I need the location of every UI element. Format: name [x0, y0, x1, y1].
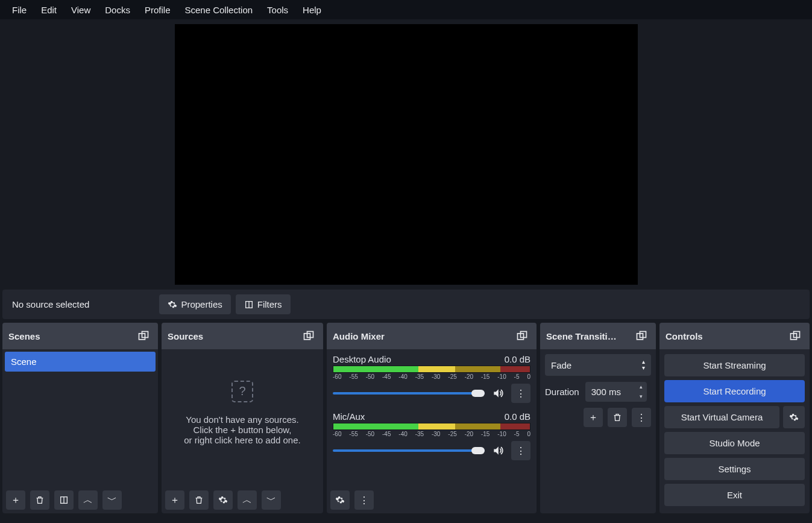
sources-empty-line: You don't have any sources. — [186, 414, 298, 425]
menu-edit[interactable]: Edit — [34, 1, 64, 19]
audio-mixer-dock: Audio Mixer Desktop Audio 0.0 dB -60-55-… — [327, 323, 537, 513]
meter-ticks: -60-55-50-45-40-35-30-25-20-15-10-50 — [333, 373, 530, 381]
sources-dock: Sources ? You don't have any sources. Cl… — [162, 323, 323, 513]
channel-menu-button[interactable]: ⋮ — [511, 384, 530, 403]
scenes-body[interactable]: Scene — [2, 349, 158, 487]
channel-menu-button[interactable]: ⋮ — [511, 441, 530, 460]
transitions-dock: Scene Transiti… Fade ▴▾ Duration 300 ms … — [540, 323, 656, 513]
chevron-down-icon: ﹀ — [107, 494, 117, 507]
volume-slider[interactable] — [333, 449, 485, 452]
chevron-up-icon: ︿ — [242, 494, 252, 507]
remove-transition-button[interactable] — [608, 408, 627, 427]
sources-empty-line: or right click here to add one. — [184, 435, 300, 445]
menu-file[interactable]: File — [5, 1, 34, 19]
properties-button[interactable]: Properties — [159, 294, 230, 314]
transition-select[interactable]: Fade ▴▾ — [545, 354, 651, 376]
settings-button[interactable]: Settings — [664, 458, 805, 480]
start-recording-button[interactable]: Start Recording — [664, 380, 805, 402]
sources-header: Sources — [162, 323, 323, 349]
menu-help[interactable]: Help — [295, 1, 329, 19]
channel-level: 0.0 dB — [505, 411, 530, 422]
mixer-title: Audio Mixer — [333, 331, 385, 341]
gear-icon — [789, 413, 799, 422]
controls-header: Controls — [659, 323, 810, 349]
speaker-icon[interactable] — [489, 442, 506, 459]
speaker-icon[interactable] — [489, 385, 506, 402]
start-streaming-button[interactable]: Start Streaming — [664, 354, 805, 376]
plus-icon: ＋ — [588, 411, 598, 424]
scene-item[interactable]: Scene — [5, 352, 156, 372]
docks-row: Scenes Scene ＋ ︿ ﹀ Sources ? You don't h… — [0, 319, 812, 513]
transition-selected: Fade — [551, 360, 571, 370]
preview-canvas[interactable] — [175, 24, 638, 285]
controls-title: Controls — [666, 331, 703, 341]
popout-icon[interactable] — [514, 328, 530, 344]
remove-scene-button[interactable] — [30, 490, 49, 510]
source-status-label: No source selected — [7, 297, 94, 312]
mixer-channel: Mic/Aux 0.0 dB -60-55-50-45-40-35-30-25-… — [327, 407, 537, 464]
mixer-body: Desktop Audio 0.0 dB -60-55-50-45-40-35-… — [327, 349, 537, 487]
popout-icon[interactable] — [300, 328, 317, 344]
chevron-up-icon: ︿ — [83, 494, 93, 507]
kebab-icon: ⋮ — [359, 495, 369, 506]
properties-label: Properties — [181, 299, 222, 309]
kebab-icon: ⋮ — [516, 388, 526, 399]
gear-icon — [335, 495, 345, 505]
popout-icon[interactable] — [787, 328, 804, 344]
slider-thumb[interactable] — [471, 447, 485, 454]
filters-label: Filters — [257, 299, 282, 309]
channel-name: Desktop Audio — [333, 354, 391, 364]
spin-up-icon[interactable]: ▴ — [636, 382, 647, 391]
mixer-advanced-button[interactable] — [330, 490, 350, 510]
spin-down-icon[interactable]: ▾ — [636, 391, 647, 401]
menu-docks[interactable]: Docks — [98, 1, 137, 19]
filters-icon — [244, 300, 254, 309]
duration-spinbox[interactable]: 300 ms ▴ ▾ — [585, 382, 647, 402]
source-properties-button[interactable] — [213, 490, 233, 510]
slider-thumb[interactable] — [471, 390, 485, 397]
scene-move-down-button[interactable]: ﹀ — [102, 490, 122, 510]
start-virtual-camera-button[interactable]: Start Virtual Camera — [664, 406, 779, 428]
question-icon: ? — [231, 381, 253, 402]
sources-body[interactable]: ? You don't have any sources. Click the … — [162, 349, 323, 487]
duration-value: 300 ms — [585, 382, 636, 402]
source-move-up-button[interactable]: ︿ — [238, 490, 257, 510]
mixer-menu-button[interactable]: ⋮ — [354, 490, 374, 510]
virtual-camera-settings-button[interactable] — [783, 406, 805, 428]
transitions-body: Fade ▴▾ Duration 300 ms ▴ ▾ ＋ ⋮ — [540, 349, 656, 432]
popout-icon[interactable] — [135, 328, 152, 344]
menu-view[interactable]: View — [64, 1, 98, 19]
gear-icon — [168, 300, 177, 309]
filters-icon — [59, 495, 69, 505]
controls-dock: Controls Start Streaming Start Recording… — [659, 323, 810, 513]
volume-slider[interactable] — [333, 392, 485, 395]
menu-profile[interactable]: Profile — [137, 1, 178, 19]
add-transition-button[interactable]: ＋ — [584, 408, 603, 427]
source-move-down-button[interactable]: ﹀ — [262, 490, 281, 510]
channel-level: 0.0 dB — [505, 354, 530, 364]
exit-button[interactable]: Exit — [664, 484, 805, 506]
trash-icon — [35, 495, 45, 505]
scenes-dock: Scenes Scene ＋ ︿ ﹀ — [2, 323, 158, 513]
controls-body: Start Streaming Start Recording Start Vi… — [659, 349, 810, 511]
scene-filters-button[interactable] — [54, 490, 74, 510]
studio-mode-button[interactable]: Studio Mode — [664, 432, 805, 454]
source-toolbar: No source selected Properties Filters — [2, 290, 810, 319]
meter-ticks: -60-55-50-45-40-35-30-25-20-15-10-50 — [333, 430, 530, 439]
level-meter — [333, 423, 530, 430]
sources-title: Sources — [168, 331, 203, 341]
remove-source-button[interactable] — [189, 490, 209, 510]
menu-tools[interactable]: Tools — [260, 1, 295, 19]
chevron-down-icon: ﹀ — [266, 494, 276, 507]
add-source-button[interactable]: ＋ — [165, 490, 184, 510]
menu-scene-collection[interactable]: Scene Collection — [178, 1, 260, 19]
popout-icon[interactable] — [633, 328, 650, 344]
scenes-header: Scenes — [2, 323, 158, 349]
transition-properties-button[interactable]: ⋮ — [632, 408, 651, 427]
updown-icon: ▴▾ — [642, 359, 645, 371]
filters-button[interactable]: Filters — [236, 294, 291, 314]
scene-move-up-button[interactable]: ︿ — [78, 490, 98, 510]
add-scene-button[interactable]: ＋ — [6, 490, 25, 510]
preview-area — [0, 19, 812, 285]
kebab-icon: ⋮ — [516, 445, 526, 457]
